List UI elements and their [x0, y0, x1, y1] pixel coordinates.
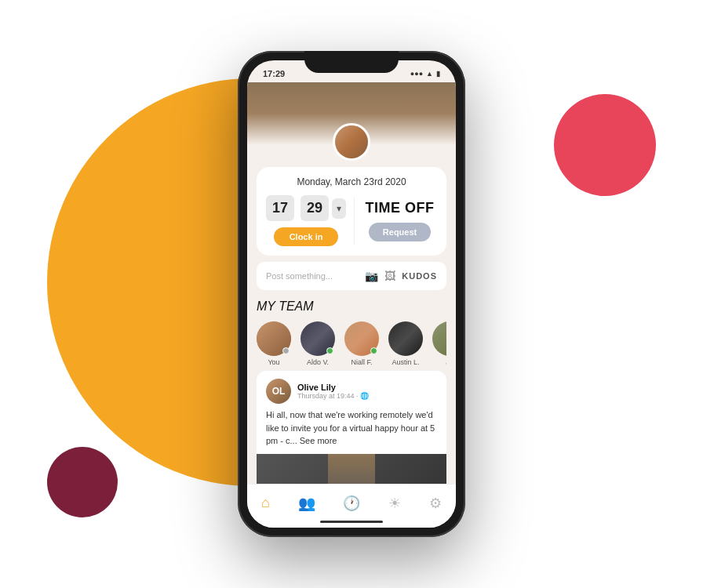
signal-icon: ●●● — [410, 70, 423, 78]
phone-notch — [304, 51, 399, 73]
member-avatar-wrap-you — [257, 321, 291, 356]
phone-screen: 17:29 ●●● ▲ ▮ Monday, March 23rd 2020 — [247, 60, 456, 528]
schedule-icon: ☀ — [388, 495, 401, 512]
time-dropdown[interactable]: ▾ — [332, 198, 346, 219]
kudos-label[interactable]: KUDOS — [402, 271, 437, 281]
feed-header: OL Olive Lily Thursday at 19:44 · 🌐 — [257, 371, 446, 408]
section-divider — [354, 198, 355, 245]
phone-mockup: 17:29 ●●● ▲ ▮ Monday, March 23rd 2020 — [238, 51, 465, 537]
date-label: Monday, March 23rd 2020 — [266, 176, 437, 187]
settings-icon: ⚙ — [429, 495, 442, 512]
hour-block: 17 — [266, 195, 294, 221]
red-background-circle — [554, 94, 656, 196]
clock-icon: 🕐 — [343, 495, 360, 512]
header-photo — [247, 82, 456, 145]
my-team-title: MY TEAM — [257, 299, 446, 314]
home-icon: ⌂ — [261, 495, 270, 511]
time-row: 17 29 ▾ Clock in TIME OFF Request — [266, 195, 437, 246]
member-avatar-wrap-austin — [388, 321, 423, 356]
home-indicator — [320, 521, 383, 523]
wifi-icon: ▲ — [426, 70, 433, 78]
member-name-you: You — [268, 358, 279, 366]
profile-avatar[interactable] — [333, 123, 370, 161]
member-name-austin: Austin L. — [392, 358, 419, 366]
feed-author-name: Olive Lily — [297, 383, 437, 392]
status-time: 17:29 — [263, 69, 285, 78]
team-label: TEAM — [279, 299, 313, 313]
clock-section: 17 29 ▾ Clock in — [266, 195, 346, 246]
team-icon: 👥 — [298, 495, 315, 512]
feed-author-avatar: OL — [266, 379, 291, 404]
request-button[interactable]: Request — [369, 223, 431, 241]
image-icon[interactable]: 🖼 — [384, 270, 395, 282]
minute-block: 29 — [301, 195, 329, 221]
post-icons: 📷 🖼 KUDOS — [365, 270, 437, 282]
nav-team[interactable]: 👥 — [298, 495, 315, 512]
team-members-list: You Aldo V. Niall — [257, 321, 446, 366]
feed-meta: Olive Lily Thursday at 19:44 · 🌐 — [297, 383, 437, 400]
nav-schedule[interactable]: ☀ — [388, 495, 401, 512]
team-member-aldo[interactable]: Aldo V. — [301, 321, 335, 366]
team-member-niall[interactable]: Niall F. — [344, 321, 379, 366]
nav-clock[interactable]: 🕐 — [343, 495, 360, 512]
time-off-label: TIME OFF — [366, 200, 435, 216]
avatar-image — [335, 125, 368, 158]
maroon-background-circle — [47, 447, 118, 517]
feed-post-time: Thursday at 19:44 · 🌐 — [297, 392, 437, 400]
member-avatar-wrap-aldo — [301, 321, 335, 356]
member-avatar-austin — [388, 321, 423, 356]
camera-icon[interactable]: 📷 — [365, 270, 378, 282]
member-avatar-wrap-niall — [344, 321, 379, 356]
status-dot-niall — [370, 347, 377, 354]
my-team-section: MY TEAM You — [247, 290, 456, 371]
post-bar: Post something... 📷 🖼 KUDOS — [257, 262, 446, 290]
status-icons: ●●● ▲ ▮ — [410, 70, 440, 78]
member-avatar-wrap-jo — [432, 321, 446, 356]
clock-in-button[interactable]: Clock in — [274, 227, 339, 246]
status-dot-you — [282, 347, 290, 354]
team-member-jo[interactable]: Jo — [432, 321, 446, 366]
time-off-section: TIME OFF Request — [362, 200, 437, 241]
my-label: MY — [257, 299, 279, 313]
time-display: 17 29 ▾ — [266, 195, 346, 221]
battery-icon: ▮ — [436, 70, 440, 78]
member-avatar-jo — [432, 321, 446, 356]
member-name-aldo: Aldo V. — [307, 358, 329, 366]
nav-settings[interactable]: ⚙ — [429, 495, 442, 512]
nav-home[interactable]: ⌂ — [261, 495, 270, 511]
bottom-navigation: ⌂ 👥 🕐 ☀ ⚙ — [247, 484, 456, 528]
time-widget-card: Monday, March 23rd 2020 17 29 ▾ Clock in — [257, 167, 446, 256]
feed-post-body: Hi all, now that we're working remotely … — [257, 408, 446, 454]
member-name-jo: Jo — [446, 358, 446, 366]
post-input[interactable]: Post something... — [266, 271, 359, 281]
phone-frame: 17:29 ●●● ▲ ▮ Monday, March 23rd 2020 — [238, 51, 465, 537]
team-member-austin[interactable]: Austin L. — [388, 321, 423, 366]
status-dot-aldo — [326, 347, 333, 354]
team-member-you[interactable]: You — [257, 321, 291, 366]
member-name-niall: Niall F. — [351, 358, 372, 366]
